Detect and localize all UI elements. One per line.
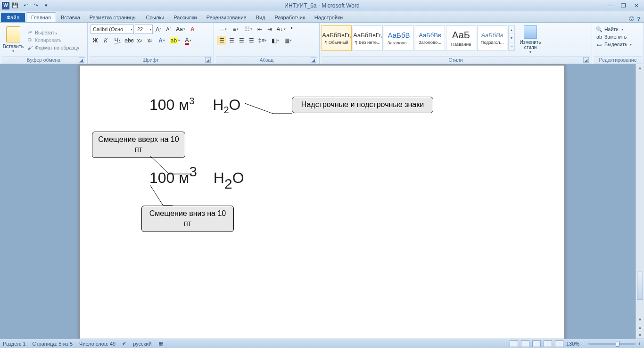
increase-indent-button[interactable]: ⇥ [265,25,274,34]
scroll-thumb[interactable] [637,272,643,300]
align-center-button[interactable]: ☰ [227,36,236,45]
paragraph-dialog-launcher[interactable]: ◢ [311,57,316,63]
tab-addins[interactable]: Надстройки [310,13,347,22]
borders-button[interactable]: ▦ [282,36,294,45]
justify-button[interactable]: ☰ [247,36,256,45]
group-font: Calibri (Осно 22 A˄ A˅ Aa A̷ Ж К Ч abc x… [88,23,214,64]
prev-page-button[interactable]: ▲ [636,323,644,331]
status-macro-icon[interactable]: ▦ [158,340,163,347]
bullets-button[interactable]: ≣ [217,25,229,34]
subscript-button[interactable]: x2 [135,36,144,45]
strikethrough-button[interactable]: abc [124,36,134,45]
shading-button[interactable]: ◧ [269,36,281,45]
select-button[interactable]: ▭Выделить▾ [596,41,640,48]
group-clipboard: Вставить ▾ ✂Вырезать ⧉Копировать 🖌Формат… [0,23,88,64]
italic-button[interactable]: К [101,36,110,45]
show-marks-button[interactable]: ¶ [288,25,297,34]
tab-view[interactable]: Вид [251,13,270,22]
help-icon[interactable]: ? [637,16,640,22]
font-color-button[interactable]: A [182,36,194,45]
text-effects-button[interactable]: A [156,36,168,45]
tab-mailings[interactable]: Рассылки [169,13,201,22]
cut-button[interactable]: ✂Вырезать [26,29,79,36]
replace-button[interactable]: abЗаменить [596,33,640,41]
tab-references[interactable]: Ссылки [141,13,169,22]
view-outline[interactable] [544,340,552,347]
restore-button[interactable]: ❐ [618,2,629,9]
view-print-layout[interactable] [510,340,518,347]
style-subtitle[interactable]: АаБбВвПодзагол... [477,25,507,51]
callout-super-sub: Надстрочные и подстрочные знаки [292,97,433,113]
sort-button[interactable]: A↓ [275,25,287,34]
font-dialog-launcher[interactable]: ◢ [205,57,211,63]
change-case-button[interactable]: Aa [174,25,187,34]
replace-icon: ab [596,33,603,40]
group-font-label: Шрифт◢ [90,56,212,64]
tab-insert[interactable]: Вставка [56,13,85,22]
tab-home[interactable]: Главная [26,12,56,22]
style-heading2[interactable]: АаБбВвЗаголово... [415,25,445,51]
style-no-spacing[interactable]: АаБбВвГг,¶ Без инте... [353,25,383,51]
styles-gallery-more[interactable]: ▴▾⌄ [508,25,515,51]
qat-redo[interactable]: ↷ [31,1,41,10]
font-name-combo[interactable]: Calibri (Осно [91,25,134,34]
tab-review[interactable]: Рецензирование [202,13,251,22]
align-right-button[interactable]: ☰ [237,36,246,45]
zoom-slider[interactable] [588,343,636,345]
scroll-up-arrow[interactable]: ▲ [636,64,644,72]
tab-developer[interactable]: Разработчик [270,13,310,22]
highlight-button[interactable]: ab [169,36,181,45]
multilevel-button[interactable]: ☷ [242,25,255,34]
tab-page-layout[interactable]: Разметка страницы [85,13,141,22]
scroll-down-arrow[interactable]: ▼ [636,316,644,323]
copy-icon: ⧉ [26,37,33,43]
status-words[interactable]: Число слов: 49 [79,341,116,347]
superscript-button[interactable]: x2 [145,36,155,45]
qat-customize[interactable]: ▾ [41,1,51,10]
find-icon: 🔍 [596,26,603,33]
bold-button[interactable]: Ж [91,36,100,45]
vertical-scrollbar[interactable]: ▲ ▼ ▲ ▼ [636,64,644,339]
view-web-layout[interactable] [532,340,541,347]
status-page[interactable]: Страница: 5 из 5 [33,341,73,347]
callout3-connector [150,185,178,208]
zoom-out-button[interactable]: − [582,341,585,347]
next-page-button[interactable]: ▼ [636,331,644,339]
change-styles-button[interactable]: Изменить стили ▾ [518,25,543,54]
clear-formatting-button[interactable]: A̷ [188,25,197,34]
format-painter-button[interactable]: 🖌Формат по образцу [26,44,79,51]
qat-undo[interactable]: ↶ [21,1,30,10]
ribbon-minimize-icon[interactable]: ⓥ [629,15,634,22]
zoom-in-button[interactable]: + [638,341,641,347]
grow-font-button[interactable]: A˄ [154,25,163,34]
style-normal[interactable]: АаБбВвГг,¶ Обычный [322,25,352,51]
document-workspace: 100 м3 H2O Надстрочные и подстрочные зна… [0,64,644,339]
zoom-slider-knob[interactable] [616,341,619,347]
minimize-button[interactable]: ― [604,2,616,9]
status-proofing-icon[interactable]: ✔ [122,340,126,347]
copy-button[interactable]: ⧉Копировать [26,37,79,43]
status-section[interactable]: Раздел: 1 [3,341,26,347]
status-language[interactable]: русский [133,341,151,347]
group-paragraph-label: Абзац◢ [216,56,317,64]
style-title[interactable]: АаБНазвание [446,25,476,51]
zoom-level[interactable]: 130% [566,341,579,347]
align-left-button[interactable]: ☰ [217,36,226,45]
line-spacing-button[interactable]: ‡≡ [256,36,269,45]
view-full-screen[interactable] [521,340,529,347]
clipboard-dialog-launcher[interactable]: ◢ [79,57,84,63]
close-button[interactable]: ✕ [631,2,642,9]
decrease-indent-button[interactable]: ⇤ [255,25,264,34]
style-heading1[interactable]: АаБбВЗаголово... [384,25,414,51]
paste-button[interactable]: Вставить [3,43,24,49]
view-draft[interactable] [555,340,563,347]
numbering-button[interactable]: ≡ [230,25,242,34]
styles-dialog-launcher[interactable]: ◢ [583,57,589,63]
font-size-combo[interactable]: 22 [135,25,153,34]
qat-save[interactable]: 💾 [10,1,20,10]
paste-icon[interactable] [6,26,20,42]
underline-button[interactable]: Ч [111,36,124,45]
shrink-font-button[interactable]: A˅ [164,25,173,34]
find-button[interactable]: 🔍Найти▾ [596,25,640,33]
tab-file[interactable]: Файл [1,13,25,22]
